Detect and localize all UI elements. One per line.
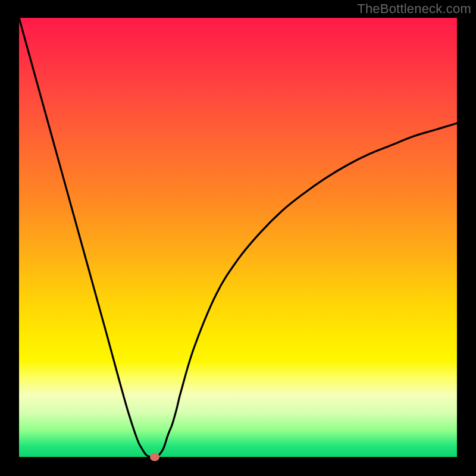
- bottleneck-curve: [19, 18, 457, 457]
- curve-svg: [19, 18, 457, 457]
- plot-area: [19, 18, 457, 457]
- watermark-text: TheBottleneck.com: [357, 1, 471, 17]
- optimal-point-marker: [150, 453, 159, 461]
- chart-frame: TheBottleneck.com: [0, 0, 476, 476]
